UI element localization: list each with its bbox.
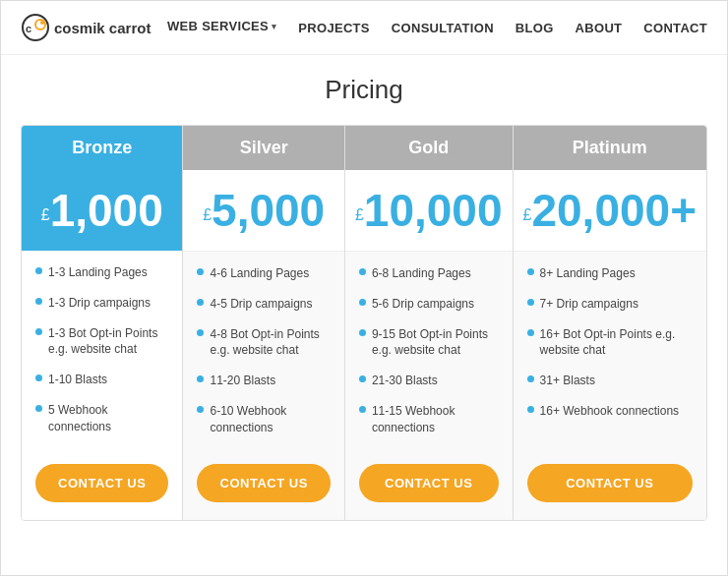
plan-platinum: Platinum £20,000+ 8+ Landing Pages 7+ Dr… [514,126,706,520]
list-item: 1-3 Drip campaigns [35,295,168,312]
list-item: 31+ Blasts [527,373,693,389]
nav-link-contact[interactable]: CONTACT [643,21,707,35]
page-wrapper: c cosmik carrot WEB SERVICES ▾ PROJECTS … [0,0,728,576]
plan-silver-amount: 5,000 [212,185,325,236]
bullet-icon [197,268,204,275]
list-item: 1-10 Blasts [35,372,168,388]
plan-platinum-cta: CONTACT US [514,450,706,520]
nav-link-web-services[interactable]: WEB SERVICES ▾ [167,19,276,33]
bullet-icon [197,375,204,382]
bullet-icon [197,329,204,336]
svg-text:c: c [26,23,31,34]
plan-gold-features: 6-8 Landing Pages 5-6 Drip campaigns 9-1… [345,252,513,450]
nav-item-consultation[interactable]: CONSULTATION [392,19,494,36]
bullet-icon [35,374,42,381]
nav-link-projects[interactable]: PROJECTS [298,21,369,35]
nav-links: WEB SERVICES ▾ PROJECTS CONSULTATION BLO… [167,19,707,36]
plan-silver: Silver £5,000 4-6 Landing Pages 4-5 Drip… [183,126,344,520]
contact-us-button-gold[interactable]: CONTACT US [359,464,499,502]
list-item: 11-15 Webhook connections [359,403,499,436]
list-item: 21-30 Blasts [359,373,499,389]
nav-link-blog[interactable]: BLOG [516,21,554,35]
plan-gold-header: Gold [345,126,513,170]
nav-item-projects[interactable]: PROJECTS [298,19,369,36]
plan-bronze-header: Bronze [22,126,182,170]
plan-bronze-price: £1,000 [22,170,182,251]
bullet-icon [527,268,534,275]
plan-silver-header: Silver [183,126,343,170]
plan-gold: Gold £10,000 6-8 Landing Pages 5-6 Drip … [345,126,514,520]
plan-gold-currency: £ [355,206,364,223]
plan-platinum-features: 8+ Landing Pages 7+ Drip campaigns 16+ B… [514,252,706,450]
list-item: 6-8 Landing Pages [359,265,499,282]
plan-silver-price: £5,000 [183,170,343,252]
bullet-icon [35,298,42,305]
svg-point-2 [35,20,45,29]
plan-silver-features: 4-6 Landing Pages 4-5 Drip campaigns 4-8… [183,252,343,450]
list-item: 1-3 Landing Pages [35,264,168,281]
bullet-icon [527,329,534,336]
bullet-icon [359,375,366,382]
list-item: 4-6 Landing Pages [197,265,330,282]
navbar: c cosmik carrot WEB SERVICES ▾ PROJECTS … [1,1,727,55]
bullet-icon [359,299,366,306]
nav-link-consultation[interactable]: CONSULTATION [392,21,494,35]
plan-platinum-price: £20,000+ [514,170,706,252]
logo-icon: c [21,13,50,42]
bullet-icon [35,405,42,412]
plan-bronze-amount: 1,000 [50,185,163,236]
list-item: 9-15 Bot Opt-in Points e.g. website chat [359,326,499,360]
logo[interactable]: c cosmik carrot [21,13,151,42]
plan-platinum-amount: 20,000+ [531,185,697,236]
plan-bronze-currency: £ [41,206,50,223]
bullet-icon [527,375,534,382]
nav-item-blog[interactable]: BLOG [516,19,554,36]
bullet-icon [197,406,204,413]
svg-point-3 [40,21,44,25]
bullet-icon [197,299,204,306]
bullet-icon [527,406,534,413]
bullet-icon [359,268,366,275]
page-title: Pricing [21,75,707,105]
bullet-icon [35,267,42,274]
plan-gold-amount: 10,000 [364,185,503,236]
list-item: 11-20 Blasts [197,373,330,389]
plan-bronze-cta: CONTACT US [22,450,182,520]
contact-us-button-platinum[interactable]: CONTACT US [527,464,693,502]
plan-silver-cta: CONTACT US [183,450,343,520]
bullet-icon [359,329,366,336]
nav-item-about[interactable]: ABOUT [576,19,623,36]
list-item: 8+ Landing Pages [527,265,693,282]
nav-item-contact[interactable]: CONTACT [643,19,707,36]
plan-silver-currency: £ [203,206,212,223]
list-item: 4-5 Drip campaigns [197,296,330,313]
list-item: 1-3 Bot Opt-in Points e.g. website chat [35,325,168,359]
list-item: 16+ Webhook connections [527,403,693,420]
list-item: 5-6 Drip campaigns [359,296,499,313]
chevron-down-icon: ▾ [272,22,276,31]
pricing-table: Bronze £1,000 1-3 Landing Pages 1-3 Drip… [21,125,707,521]
nav-item-web-services[interactable]: WEB SERVICES ▾ [167,19,276,36]
contact-us-button-bronze[interactable]: CONTACT US [35,464,168,502]
plan-bronze: Bronze £1,000 1-3 Landing Pages 1-3 Drip… [22,126,183,520]
brand-name: cosmik carrot [54,20,151,36]
bullet-icon [35,328,42,335]
list-item: 6-10 Webhook connections [197,403,330,436]
list-item: 7+ Drip campaigns [527,296,693,313]
plan-bronze-features: 1-3 Landing Pages 1-3 Drip campaigns 1-3… [22,251,182,450]
list-item: 5 Webhook connections [35,402,168,435]
bullet-icon [527,299,534,306]
plan-gold-cta: CONTACT US [345,450,513,520]
nav-link-about[interactable]: ABOUT [576,21,623,35]
bullet-icon [359,406,366,413]
contact-us-button-silver[interactable]: CONTACT US [197,464,330,502]
plan-gold-price: £10,000 [345,170,513,252]
list-item: 16+ Bot Opt-in Points e.g. website chat [527,326,693,360]
list-item: 4-8 Bot Opt-in Points e.g. website chat [197,326,330,360]
plan-platinum-header: Platinum [514,126,706,170]
main-content: Pricing Bronze £1,000 1-3 Landing Pages … [1,55,727,550]
